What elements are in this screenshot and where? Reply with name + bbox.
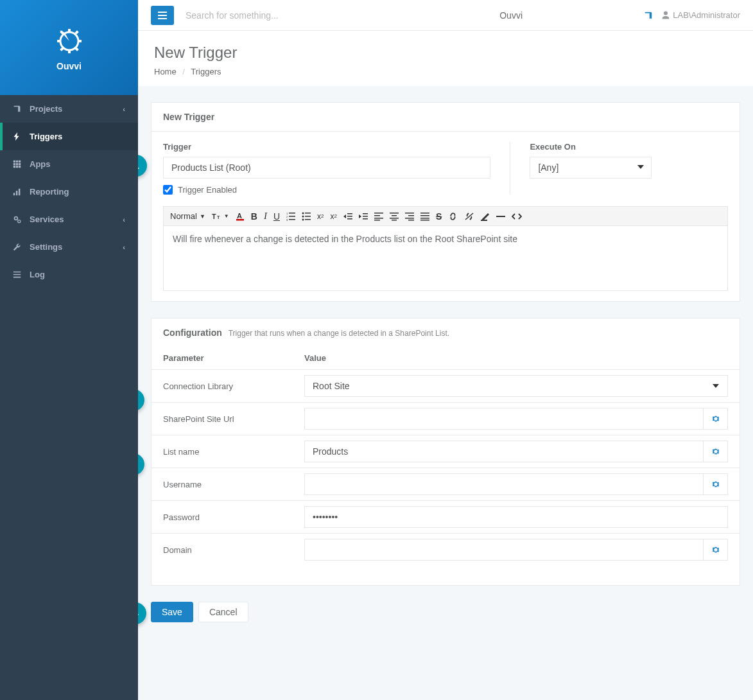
password-input[interactable] xyxy=(304,506,728,528)
connection-library-select[interactable]: Root Site xyxy=(304,375,728,397)
svg-rect-38 xyxy=(408,220,414,221)
gear-button[interactable] xyxy=(704,473,728,495)
gear-button[interactable] xyxy=(704,539,728,561)
sidebar-item-apps[interactable]: Apps xyxy=(0,150,138,178)
gear-icon xyxy=(711,545,720,554)
sharepoint-url-input[interactable] xyxy=(304,408,704,430)
search-input[interactable] xyxy=(186,10,378,21)
param-label: Password xyxy=(151,501,293,534)
italic-icon[interactable]: I xyxy=(264,211,267,222)
col-value: Value xyxy=(293,347,740,370)
gear-icon xyxy=(711,414,720,423)
svg-rect-39 xyxy=(420,213,429,214)
table-row: SharePoint Site Url xyxy=(151,403,740,435)
breadcrumb-home[interactable]: Home xyxy=(154,67,177,76)
unlink-icon[interactable] xyxy=(464,212,474,221)
svg-point-21 xyxy=(302,212,304,214)
page-heading: New Trigger Home / Triggers xyxy=(138,31,753,86)
svg-rect-40 xyxy=(420,215,429,216)
unordered-list-icon[interactable] xyxy=(302,212,311,221)
svg-point-23 xyxy=(302,215,304,217)
bars-icon xyxy=(13,188,23,196)
trigger-enabled-checkbox[interactable] xyxy=(163,185,173,195)
format-dropdown[interactable]: Normal ▼ xyxy=(170,211,205,221)
gear-button[interactable] xyxy=(704,408,728,430)
sidebar-item-settings[interactable]: Settings‹ xyxy=(0,233,138,261)
sidebar: Ouvvi Projects‹ Triggers Apps Reporting xyxy=(0,0,138,700)
content: New Trigger 1 Trigger Trigger Enabled Ex… xyxy=(138,86,753,664)
col-parameter: Parameter xyxy=(151,347,293,370)
trigger-name-input[interactable] xyxy=(163,157,490,179)
sidebar-item-services[interactable]: Services‹ xyxy=(0,206,138,233)
gear-button[interactable] xyxy=(704,441,728,462)
sidebar-item-reporting[interactable]: Reporting xyxy=(0,178,138,206)
align-left-icon[interactable] xyxy=(374,212,383,221)
domain-input[interactable] xyxy=(304,539,704,561)
execute-on-select[interactable]: [Any] xyxy=(530,157,652,179)
svg-rect-32 xyxy=(392,215,397,216)
clear-format-icon[interactable] xyxy=(481,212,490,221)
param-label: Connection Library xyxy=(151,370,293,403)
cancel-button[interactable]: Cancel xyxy=(198,602,248,622)
svg-text:3: 3 xyxy=(286,218,288,221)
svg-rect-29 xyxy=(374,218,383,219)
indent-icon[interactable] xyxy=(359,212,368,221)
cogs-icon xyxy=(13,215,23,223)
align-center-icon[interactable] xyxy=(390,212,399,221)
execute-on-label: Execute On xyxy=(530,142,728,152)
svg-rect-44 xyxy=(481,220,487,221)
svg-rect-30 xyxy=(374,220,380,221)
bolt-icon xyxy=(13,132,23,141)
svg-rect-28 xyxy=(374,215,380,216)
sidebar-item-log[interactable]: Log xyxy=(0,261,138,288)
user-menu[interactable]: LAB\Administrator xyxy=(662,10,740,20)
configuration-panel: Configuration Trigger that runs when a c… xyxy=(151,318,740,586)
username-input[interactable] xyxy=(304,473,704,495)
svg-rect-3 xyxy=(57,40,61,42)
subscript-icon[interactable]: x2 xyxy=(317,212,324,221)
font-size-icon[interactable]: TT▼ xyxy=(212,212,229,221)
button-row: 4 Save Cancel xyxy=(151,602,740,622)
horizontal-rule-icon[interactable] xyxy=(496,212,505,221)
main: Ouvvi LAB\Administrator New Trigger Home… xyxy=(138,0,753,700)
sidebar-item-label: Projects xyxy=(30,104,62,114)
trigger-panel: New Trigger 1 Trigger Trigger Enabled Ex… xyxy=(151,102,740,302)
menu-toggle-button[interactable] xyxy=(151,6,174,25)
font-color-icon[interactable]: A xyxy=(236,212,245,221)
book-icon xyxy=(13,105,23,113)
svg-rect-41 xyxy=(420,218,429,219)
outdent-icon[interactable] xyxy=(343,212,352,221)
book-icon[interactable] xyxy=(644,11,653,20)
align-right-icon[interactable] xyxy=(405,212,414,221)
svg-rect-26 xyxy=(305,219,311,220)
trigger-enabled-label: Trigger Enabled xyxy=(178,185,237,195)
svg-rect-35 xyxy=(405,213,414,214)
ordered-list-icon[interactable]: 123 xyxy=(286,212,295,221)
strikethrough-icon[interactable]: S xyxy=(436,211,442,222)
svg-rect-36 xyxy=(408,215,414,216)
align-justify-icon[interactable] xyxy=(420,212,429,221)
sidebar-header: Ouvvi xyxy=(0,0,138,95)
sidebar-item-label: Apps xyxy=(30,159,51,169)
chevron-left-icon: ‹ xyxy=(123,105,125,113)
breadcrumb-current[interactable]: Triggers xyxy=(191,67,221,76)
svg-rect-1 xyxy=(68,29,71,33)
user-label: LAB\Administrator xyxy=(673,10,740,20)
underline-icon[interactable]: U xyxy=(273,211,280,222)
sidebar-item-label: Triggers xyxy=(30,132,62,141)
editor-content[interactable]: Will fire whenever a change is detected … xyxy=(164,226,727,290)
superscript-icon[interactable]: x2 xyxy=(330,212,336,221)
panel-heading: New Trigger xyxy=(151,103,740,132)
svg-rect-20 xyxy=(289,219,295,220)
brand-logo-icon xyxy=(53,24,85,56)
sidebar-item-label: Settings xyxy=(30,242,62,252)
caret-down-icon: ▼ xyxy=(224,213,229,219)
link-icon[interactable] xyxy=(448,212,458,221)
save-button[interactable]: Save xyxy=(151,602,193,622)
sidebar-item-projects[interactable]: Projects‹ xyxy=(0,95,138,123)
sidebar-item-triggers[interactable]: Triggers xyxy=(0,123,138,150)
bold-icon[interactable]: B xyxy=(251,211,257,222)
list-name-input[interactable] xyxy=(304,441,704,462)
svg-text:T: T xyxy=(217,214,220,220)
code-icon[interactable] xyxy=(512,212,522,221)
